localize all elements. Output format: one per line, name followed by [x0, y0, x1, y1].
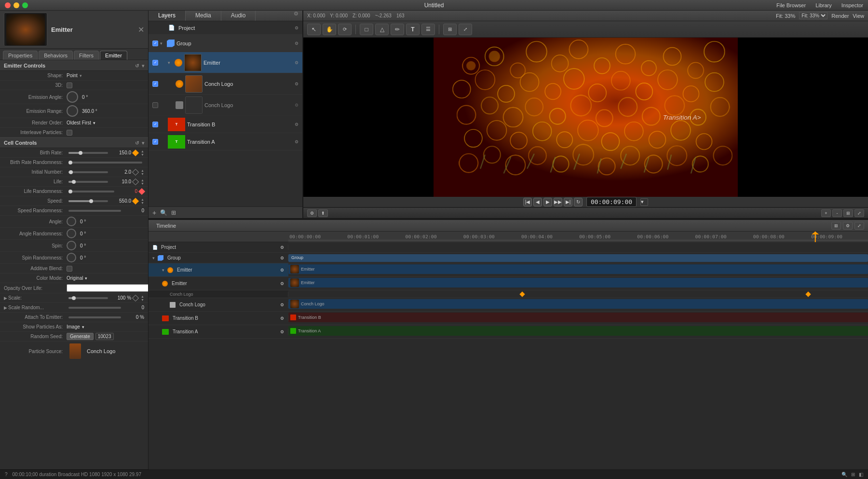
layer-conch-logo-2[interactable]: Conch Logo ⚙: [149, 95, 302, 116]
group-track-expand[interactable]: ▾: [152, 256, 155, 260]
tab-emitter[interactable]: Emitter: [100, 51, 127, 60]
group-checkbox[interactable]: [152, 41, 158, 46]
layer-emitter[interactable]: ▾ Emitter ⚙: [149, 52, 302, 73]
angle-dial[interactable]: [67, 217, 76, 226]
initial-number-slider[interactable]: [68, 171, 108, 173]
status-right-icon-2[interactable]: ◧: [859, 472, 863, 477]
go-end-button[interactable]: ▶|: [564, 198, 572, 206]
transition-b-options[interactable]: ⚙: [280, 316, 284, 321]
tab-library[interactable]: Library: [815, 2, 832, 8]
initial-number-keyframe[interactable]: [132, 168, 139, 175]
cell-controls-reset-icon[interactable]: ↺: [135, 140, 139, 146]
fast-forward-button[interactable]: ▶▶: [554, 198, 562, 206]
triangle-tool[interactable]: △: [375, 24, 389, 35]
life-keyframe[interactable]: [132, 178, 139, 185]
scale-random-slider[interactable]: [68, 307, 121, 309]
status-help-icon[interactable]: ?: [5, 472, 8, 477]
interleave-checkbox[interactable]: [67, 130, 72, 136]
search-layers-button[interactable]: 🔍: [160, 209, 167, 216]
emitter-controls-expand-icon[interactable]: ▾: [142, 63, 144, 68]
life-arrows[interactable]: ▲ ▼: [141, 178, 144, 185]
tab-timeline[interactable]: Timeline: [152, 222, 180, 230]
emitter-1-expand[interactable]: ▾: [162, 268, 164, 273]
fit-select[interactable]: Fit: 33%: [799, 12, 827, 19]
layers-options-icon[interactable]: ⚙: [290, 11, 302, 21]
group-track-options[interactable]: ⚙: [280, 256, 284, 260]
show-as-dropdown-icon[interactable]: ▾: [82, 325, 84, 329]
emitter-1-options[interactable]: ⚙: [280, 268, 284, 273]
project-track-options[interactable]: ⚙: [280, 245, 284, 250]
status-right-icon-1[interactable]: ⊞: [851, 472, 855, 477]
initial-number-arrows[interactable]: ▲ ▼: [141, 169, 144, 176]
transition-b-checkbox[interactable]: [152, 122, 158, 127]
life-slider[interactable]: [68, 181, 108, 183]
emitter-checkbox[interactable]: [152, 60, 158, 66]
color-mode-dropdown-icon[interactable]: ▾: [85, 276, 87, 281]
view-fit-btn[interactable]: ⊞: [443, 24, 457, 35]
inspector-close-icon[interactable]: ✕: [138, 25, 144, 34]
maximize-button[interactable]: [22, 2, 28, 8]
group-expand-icon[interactable]: ▾: [160, 41, 167, 46]
preview-viewport[interactable]: Transition A>: [303, 38, 868, 197]
view-settings-icon[interactable]: ⚙: [307, 209, 317, 217]
transition-a-checkbox[interactable]: [152, 139, 158, 145]
view-label[interactable]: View: [853, 13, 864, 19]
tab-behaviors[interactable]: Behaviors: [39, 51, 73, 60]
emitter-controls-section[interactable]: Emitter Controls ↺ ▾: [0, 60, 148, 71]
render-label[interactable]: Render: [831, 13, 849, 19]
speed-slider[interactable]: [68, 200, 108, 202]
cell-controls-expand-icon[interactable]: ▾: [142, 140, 144, 146]
export-icon[interactable]: ⬆: [318, 209, 328, 217]
life-random-keyframe[interactable]: [138, 188, 145, 194]
emitter-2-options[interactable]: ⚙: [280, 281, 284, 286]
fullscreen-btn[interactable]: ⤢: [854, 209, 864, 217]
tab-inspector[interactable]: Inspector: [841, 2, 863, 8]
conch-logo-1-checkbox[interactable]: [152, 81, 158, 87]
window-controls[interactable]: [5, 2, 28, 8]
emission-range-dial[interactable]: [67, 105, 78, 117]
timecode-dropdown[interactable]: ▾: [640, 198, 648, 206]
emission-angle-dial[interactable]: [67, 91, 78, 103]
render-order-dropdown-icon[interactable]: ▾: [93, 121, 95, 125]
shape-dropdown-icon[interactable]: ▾: [80, 73, 82, 78]
conch-logo-options[interactable]: ⚙: [280, 302, 284, 307]
additive-checkbox[interactable]: [67, 266, 72, 272]
layer-transition-b[interactable]: T Transition B ⚙: [149, 116, 302, 133]
layers-grid-button[interactable]: ⊞: [171, 209, 176, 216]
shape-tool[interactable]: □: [360, 24, 373, 35]
status-search-icon[interactable]: 🔍: [841, 472, 847, 477]
transition-a-options[interactable]: ⚙: [280, 329, 284, 334]
conch-logo-2-checkbox[interactable]: [152, 102, 158, 108]
birth-rate-random-slider[interactable]: [68, 162, 142, 164]
layer-transition-a[interactable]: T Transition A ⚙: [149, 133, 302, 151]
zoom-in-btn[interactable]: +: [821, 209, 831, 217]
rotate-tool[interactable]: ⟳: [338, 24, 352, 35]
loop-button[interactable]: ↻: [574, 198, 583, 206]
angle-random-dial[interactable]: [67, 229, 76, 238]
shape-value[interactable]: Point ▾: [67, 73, 144, 78]
scale-arrows[interactable]: ▲ ▼: [141, 295, 144, 301]
timeline-zoom-btn[interactable]: ⤢: [854, 222, 864, 230]
select-tool[interactable]: ↖: [307, 24, 321, 35]
cell-controls-section[interactable]: Cell Controls ↺ ▾: [0, 137, 148, 148]
birth-rate-slider[interactable]: [68, 152, 108, 154]
scale-keyframe[interactable]: [132, 294, 139, 301]
view-full-btn[interactable]: ⤢: [459, 24, 472, 35]
speed-keyframe[interactable]: [132, 197, 139, 204]
emitter-controls-reset-icon[interactable]: ↺: [135, 63, 139, 68]
life-random-slider[interactable]: [68, 191, 114, 192]
layer-group[interactable]: ▾ Group ⚙: [149, 35, 302, 52]
scale-random-expand-icon[interactable]: ▶: [4, 305, 7, 310]
play-button[interactable]: ▶: [543, 198, 552, 206]
layer-conch-logo-1[interactable]: Conch Logo ⚙: [149, 73, 302, 95]
tab-audio[interactable]: Audio: [221, 11, 256, 21]
minimize-button[interactable]: [14, 2, 19, 8]
tab-file-browser[interactable]: File Browser: [776, 2, 806, 8]
spin-random-dial[interactable]: [67, 253, 76, 262]
go-start-button[interactable]: |◀: [523, 198, 532, 206]
tab-layers[interactable]: Layers: [149, 11, 186, 21]
tab-filters[interactable]: Filters: [74, 51, 99, 60]
birth-rate-keyframe[interactable]: [132, 149, 139, 156]
timeline-settings-btn[interactable]: ⚙: [843, 222, 853, 230]
spin-dial[interactable]: [67, 241, 76, 250]
